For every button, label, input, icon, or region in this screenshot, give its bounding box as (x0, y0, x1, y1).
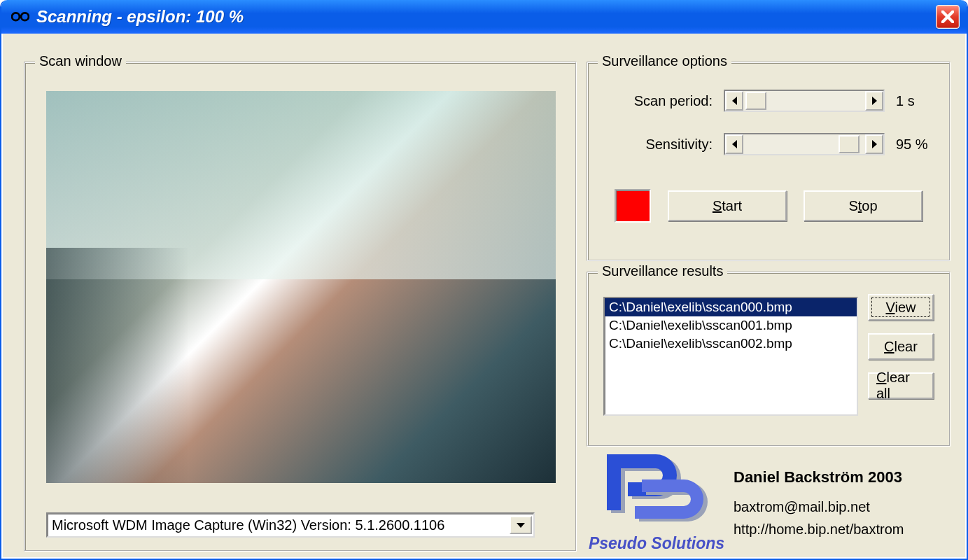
results-button-column: View Clear Clear all (868, 294, 934, 399)
clear-all-button[interactable]: Clear all (868, 372, 934, 399)
arrow-right-icon (872, 97, 877, 105)
author-name: Daniel Backström 2003 (734, 465, 904, 489)
surveillance-results-group: Surveillance results C:\Daniel\exelib\ss… (587, 272, 951, 447)
svg-rect-2 (19, 15, 22, 18)
surveillance-options-legend: Surveillance options (598, 53, 731, 69)
dropdown-button[interactable] (510, 516, 532, 534)
author-email: baxtrom@mail.bip.net (734, 496, 904, 518)
capture-device-dropdown[interactable]: Microsoft WDM Image Capture (Win32) Vers… (46, 512, 535, 538)
scan-period-label: Scan period: (608, 93, 724, 109)
surveillance-results-legend: Surveillance results (598, 263, 727, 279)
list-item[interactable]: C:\Daniel\exelib\sscan001.bmp (605, 316, 857, 335)
scan-period-row: Scan period: 1 s (608, 90, 930, 112)
start-button[interactable]: Start (668, 190, 787, 221)
options-button-row: Start Stop (615, 189, 923, 223)
view-button[interactable]: View (868, 294, 934, 321)
slider-track[interactable] (743, 91, 865, 111)
logo-icon (597, 453, 716, 530)
close-button[interactable] (936, 5, 960, 29)
stop-button[interactable]: Stop (804, 190, 923, 221)
scan-window-group: Scan window Microsoft WDM Image Capture … (24, 62, 577, 552)
scan-period-value: 1 s (896, 93, 915, 109)
list-item[interactable]: C:\Daniel\exelib\sscan002.bmp (605, 335, 857, 353)
window-title: Scanning - epsilon: 100 % (36, 7, 936, 27)
capture-device-value: Microsoft WDM Image Capture (Win32) Vers… (52, 517, 444, 533)
scan-period-slider[interactable] (724, 90, 885, 112)
scan-window-legend: Scan window (35, 53, 126, 69)
brand-name: Pseudo Solutions (589, 534, 724, 553)
title-bar[interactable]: Scanning - epsilon: 100 % (1, 0, 967, 34)
sensitivity-slider[interactable] (724, 133, 885, 155)
credits: Daniel Backström 2003 baxtrom@mail.bip.n… (734, 465, 904, 540)
app-window: Scanning - epsilon: 100 % Scan window Mi… (0, 0, 968, 560)
arrow-left-icon (732, 97, 737, 105)
status-indicator (615, 189, 651, 223)
arrow-left-button[interactable] (725, 134, 743, 154)
client-area: Scan window Microsoft WDM Image Capture … (3, 34, 965, 557)
slider-track[interactable] (743, 134, 865, 154)
author-url: http://home.bip.net/baxtrom (734, 518, 904, 540)
arrow-right-icon (872, 140, 877, 148)
sensitivity-row: Sensitivity: 95 % (608, 133, 930, 155)
sensitivity-label: Sensitivity: (608, 136, 724, 153)
svg-point-0 (12, 13, 20, 21)
logo: Pseudo Solutions (587, 453, 727, 553)
arrow-left-button[interactable] (725, 91, 743, 111)
svg-point-1 (21, 13, 29, 21)
surveillance-options-group: Surveillance options Scan period: 1 s Se… (587, 62, 951, 261)
sensitivity-value: 95 % (896, 136, 928, 153)
footer: Pseudo Solutions Daniel Backström 2003 b… (587, 454, 951, 552)
app-icon (11, 10, 29, 24)
slider-thumb[interactable] (839, 135, 860, 153)
arrow-right-button[interactable] (865, 91, 883, 111)
chevron-down-icon (517, 523, 525, 528)
close-icon (941, 10, 954, 23)
results-listbox[interactable]: C:\Daniel\exelib\sscan000.bmpC:\Daniel\e… (603, 297, 858, 416)
arrow-right-button[interactable] (865, 134, 883, 154)
arrow-left-icon (732, 140, 737, 148)
clear-button[interactable]: Clear (868, 333, 934, 360)
list-item[interactable]: C:\Daniel\exelib\sscan000.bmp (605, 298, 857, 316)
webcam-preview (46, 91, 556, 483)
slider-thumb[interactable] (745, 92, 766, 110)
